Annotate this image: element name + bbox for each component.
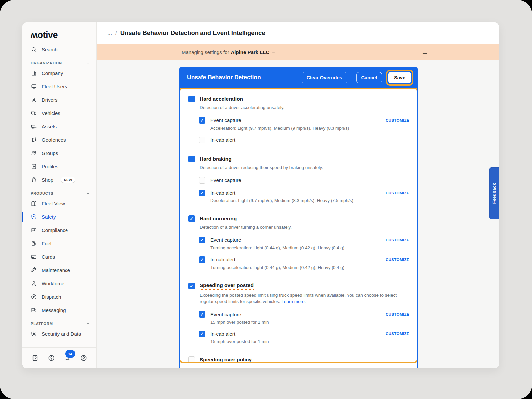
sidebar-item-search[interactable]: Search: [22, 43, 96, 56]
sidebar-item-profiles[interactable]: Profiles: [22, 160, 96, 173]
sidebar-item-workforce[interactable]: Workforce: [22, 277, 96, 290]
company-icon: [31, 70, 37, 76]
breadcrumb-ellipsis[interactable]: ...: [107, 30, 112, 36]
banner-company-selector[interactable]: Managing settings for Alpine Park LLC: [182, 44, 276, 60]
sidebar-item-safety[interactable]: Safety: [22, 210, 96, 224]
sidebar-item-geofences[interactable]: Geofences: [22, 133, 96, 147]
item-label: In-cab alert: [210, 331, 235, 337]
footer-guide-button[interactable]: [31, 354, 39, 362]
checkbox-indeterminate[interactable]: [188, 96, 195, 102]
checkbox-checked[interactable]: [199, 311, 205, 318]
customize-link[interactable]: CUSTOMIZE: [386, 332, 409, 336]
breadcrumb-separator: /: [115, 30, 117, 36]
footer-help-button[interactable]: [47, 354, 56, 362]
sidebar-section-organization[interactable]: ORGANIZATION: [22, 56, 96, 67]
checkbox-checked[interactable]: [188, 283, 195, 289]
save-highlight-ring: Save: [386, 70, 413, 86]
checkbox-checked[interactable]: [199, 256, 205, 263]
sidebar-item-label: Geofences: [42, 137, 66, 143]
clear-overrides-button[interactable]: Clear Overrides: [302, 72, 347, 83]
customize-link[interactable]: CUSTOMIZE: [386, 312, 409, 316]
setting-section-speeding-over-policy: Speeding over policy: [180, 349, 417, 368]
section-header-label: PRODUCTS: [31, 191, 53, 195]
customize-link[interactable]: CUSTOMIZE: [386, 191, 409, 195]
setting-item-event-capture: Event capture: [199, 177, 409, 184]
card-icon: [31, 254, 37, 260]
sidebar-item-fleet-view[interactable]: Fleet View: [22, 197, 96, 210]
sidebar-item-label: Security and Data: [42, 331, 81, 337]
sidebar-item-label: Assets: [42, 124, 57, 129]
setting-section-hard-braking: Hard brakingDetection of a driver reduci…: [180, 148, 417, 208]
checkbox-checked[interactable]: [199, 190, 205, 196]
setting-item-event-capture: Event captureCUSTOMIZEAcceleration: Ligh…: [199, 117, 409, 131]
sidebar-section-platform[interactable]: PLATFORM: [22, 317, 96, 328]
managing-settings-banner: Managing settings for Alpine Park LLC →: [97, 44, 499, 60]
item-detail: 15 mph over posted for 1 min: [210, 339, 409, 344]
monitor-icon: [31, 83, 37, 90]
save-button[interactable]: Save: [388, 72, 411, 83]
sidebar-item-dispatch[interactable]: Dispatch: [22, 290, 96, 304]
learn-more-link[interactable]: Learn more.: [281, 299, 306, 304]
checkbox-checked[interactable]: [199, 237, 205, 243]
settings-sections: Hard accelerationDetection of a driver a…: [180, 88, 417, 368]
help-icon: [48, 354, 55, 362]
sidebar-nav: Search ORGANIZATIONCompanyFleet UsersDri…: [22, 43, 96, 347]
cancel-button[interactable]: Cancel: [356, 72, 382, 83]
sidebar-item-drivers[interactable]: Drivers: [22, 93, 96, 107]
sidebar-item-fuel[interactable]: Fuel: [22, 237, 96, 250]
sidebar-item-compliance[interactable]: Compliance: [22, 224, 96, 237]
sidebar-footer: 14: [22, 347, 96, 368]
new-badge: NEW: [61, 177, 75, 183]
unsafe-behavior-panel: Unsafe Behavior Detection Clear Override…: [179, 67, 418, 368]
checkbox-unchecked[interactable]: [199, 177, 205, 184]
sidebar-item-assets[interactable]: Assets: [22, 120, 96, 133]
wrench-icon: [31, 267, 37, 273]
checkbox-checked[interactable]: [199, 117, 205, 124]
sidebar-item-cards[interactable]: Cards: [22, 250, 96, 264]
section-title: Speeding over policy: [200, 357, 252, 363]
checkbox-checked[interactable]: [199, 331, 205, 337]
setting-item-event-capture: Event captureCUSTOMIZE15 mph over posted…: [199, 311, 409, 325]
section-description: Exceeding the posted speed limit using t…: [200, 292, 407, 305]
sidebar-item-label: Search: [42, 47, 58, 52]
panel-title: Unsafe Behavior Detection: [187, 74, 302, 81]
sidebar-item-fleet-users[interactable]: Fleet Users: [22, 80, 96, 93]
section-title: Hard braking: [200, 156, 232, 162]
setting-item-in-cab-alert: In-cab alert: [199, 137, 409, 143]
section-header-label: PLATFORM: [31, 322, 53, 326]
item-detail: Turning acceleration: Light (0.44 g), Me…: [210, 265, 409, 270]
checkbox-unchecked[interactable]: [188, 356, 195, 363]
item-label: In-cab alert: [210, 190, 235, 196]
sidebar-item-label: Vehicles: [42, 110, 60, 116]
bag-icon: [31, 177, 37, 183]
chevron-up-icon: [86, 61, 90, 65]
sidebar-item-groups[interactable]: Groups: [22, 147, 96, 160]
header-divider: [352, 74, 352, 82]
sidebar-item-shop[interactable]: ShopNEW: [22, 173, 96, 187]
feedback-tab[interactable]: Feedback: [489, 167, 499, 219]
setting-section-speeding-over-posted: Speeding over postedExceeding the posted…: [180, 275, 417, 349]
sidebar-item-maintenance[interactable]: Maintenance: [22, 264, 96, 277]
checkbox-checked[interactable]: [188, 215, 195, 222]
dispatch-icon: [31, 294, 37, 300]
chevron-up-icon: [86, 191, 90, 196]
customize-link[interactable]: CUSTOMIZE: [386, 238, 409, 242]
sidebar-item-label: Fuel: [42, 241, 51, 246]
footer-account-button[interactable]: [79, 354, 88, 362]
checkbox-unchecked[interactable]: [199, 137, 205, 143]
sidebar-item-label: Shop: [42, 177, 53, 183]
customize-link[interactable]: CUSTOMIZE: [386, 118, 409, 122]
checkbox-indeterminate[interactable]: [188, 156, 195, 162]
sidebar-item-label: Maintenance: [42, 267, 70, 273]
sidebar-item-messaging[interactable]: Messaging: [22, 304, 96, 317]
customize-link[interactable]: CUSTOMIZE: [386, 258, 409, 262]
sidebar-item-label: Company: [42, 70, 63, 76]
shield-icon: [31, 214, 37, 220]
sidebar-section-products[interactable]: PRODUCTS: [22, 187, 96, 197]
sidebar-item-security-and-data[interactable]: Security and Data: [22, 328, 96, 341]
footer-bell-button[interactable]: 14: [63, 354, 72, 362]
sidebar-item-company[interactable]: Company: [22, 67, 96, 80]
banner-arrow-button[interactable]: →: [421, 44, 429, 60]
app-window: ʍotive Search ORGANIZATIONCompanyFleet U…: [22, 22, 499, 368]
sidebar-item-vehicles[interactable]: Vehicles: [22, 107, 96, 120]
